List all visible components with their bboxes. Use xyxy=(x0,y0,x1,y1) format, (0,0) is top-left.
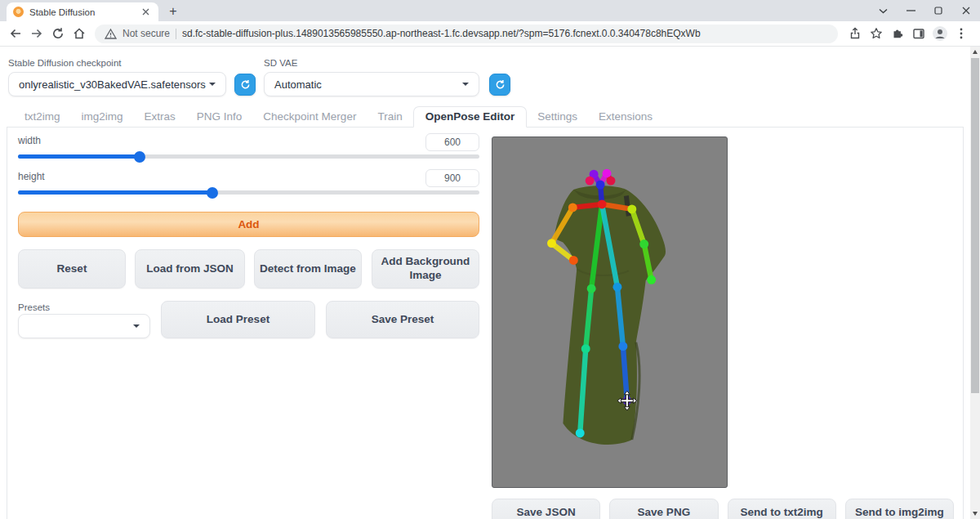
bookmark-star-icon[interactable] xyxy=(866,23,887,44)
pose-keypoint-ear_left[interactable] xyxy=(586,177,595,186)
detect-from-image-button[interactable]: Detect from Image xyxy=(254,249,362,289)
tab-openpose-editor[interactable]: OpenPose Editor xyxy=(413,106,528,128)
forward-icon[interactable] xyxy=(26,23,47,44)
url-bar[interactable]: Not secure sd.fc-stable-diffusion-plus.1… xyxy=(95,25,838,43)
chevron-down-icon xyxy=(462,83,469,86)
browser-tab-strip: Stable Diffusion + xyxy=(0,0,980,21)
save-json-button[interactable]: Save JSON xyxy=(492,499,600,519)
pose-keypoint-wrist_right[interactable] xyxy=(647,275,656,284)
tab-extensions[interactable]: Extensions xyxy=(588,108,663,127)
pose-keypoint-ankle_left[interactable] xyxy=(576,429,585,438)
pose-keypoint-neck[interactable] xyxy=(598,199,607,208)
pose-keypoint-nose[interactable] xyxy=(596,181,605,190)
pose-keypoint-elbow_left[interactable] xyxy=(547,239,556,248)
pose-keypoint-wrist_left[interactable] xyxy=(569,256,578,265)
presets-label: Presets xyxy=(18,302,50,312)
tab-img2img[interactable]: img2img xyxy=(71,108,134,127)
send-to-txt2img-button[interactable]: Send to txt2img xyxy=(728,499,836,519)
back-icon[interactable] xyxy=(5,23,26,44)
load-preset-button[interactable]: Load Preset xyxy=(161,301,315,338)
reload-icon[interactable] xyxy=(47,23,69,44)
home-icon[interactable] xyxy=(69,23,90,44)
page-scrollbar[interactable] xyxy=(970,47,980,519)
vae-dropdown[interactable]: Automatic xyxy=(264,72,479,96)
canvas-actions: Save JSON Save PNG Send to txt2img Send … xyxy=(492,499,954,519)
tab-extras[interactable]: Extras xyxy=(134,108,186,127)
width-input[interactable]: 600 xyxy=(425,133,479,151)
share-icon[interactable] xyxy=(844,23,866,44)
save-preset-button[interactable]: Save Preset xyxy=(326,301,479,338)
refresh-vae-button[interactable] xyxy=(489,74,510,96)
width-label: width xyxy=(18,135,41,146)
tab-png-info[interactable]: PNG Info xyxy=(186,108,253,127)
send-to-img2img-button[interactable]: Send to img2img xyxy=(845,499,954,519)
url-divider xyxy=(176,29,176,39)
pose-keypoint-hip_right[interactable] xyxy=(612,283,621,292)
width-slider-thumb[interactable] xyxy=(134,151,145,163)
height-input[interactable]: 900 xyxy=(425,169,479,187)
pose-canvas[interactable] xyxy=(492,136,728,488)
stable-diffusion-app: Stable Diffusion checkpoint onlyrealisti… xyxy=(0,47,970,519)
scroll-down-icon[interactable] xyxy=(970,508,980,519)
reset-button[interactable]: Reset xyxy=(18,249,126,289)
height-label: height xyxy=(18,171,45,182)
pose-keypoint-hip_left[interactable] xyxy=(587,284,596,293)
window-maximize-button[interactable] xyxy=(924,0,952,21)
vae-label: SD VAE xyxy=(264,58,297,68)
new-tab-button[interactable]: + xyxy=(163,3,183,20)
height-slider[interactable] xyxy=(18,190,479,195)
pose-keypoint-ear_right[interactable] xyxy=(607,177,616,186)
tab-checkpoint-merger[interactable]: Checkpoint Merger xyxy=(252,108,367,127)
checkpoint-label: Stable Diffusion checkpoint xyxy=(8,58,122,68)
url-text: sd.fc-stable-diffusion-plus.148901356598… xyxy=(182,28,701,39)
dress-image xyxy=(554,186,666,445)
extensions-puzzle-icon[interactable] xyxy=(887,23,908,44)
add-background-image-button[interactable]: Add Background Image xyxy=(372,249,479,289)
profile-avatar[interactable] xyxy=(929,23,951,44)
pose-keypoint-knee_left[interactable] xyxy=(581,344,590,353)
tab-train[interactable]: Train xyxy=(367,108,412,127)
browser-menu-icon[interactable] xyxy=(951,23,972,44)
screen: Stable Diffusion + xyxy=(0,0,980,519)
refresh-icon xyxy=(495,79,506,90)
refresh-checkpoint-button[interactable] xyxy=(234,74,256,96)
security-label: Not secure xyxy=(122,28,170,39)
checkpoint-dropdown[interactable]: onlyrealistic_v30BakedVAE.safetensors [3… xyxy=(8,72,226,96)
save-png-button[interactable]: Save PNG xyxy=(609,499,718,519)
scrollbar-thumb[interactable] xyxy=(971,58,979,393)
pose-keypoint-knee_right[interactable] xyxy=(618,342,627,351)
window-close-button[interactable] xyxy=(952,0,980,21)
chevron-down-icon xyxy=(209,83,216,86)
favicon-icon xyxy=(13,7,24,17)
refresh-icon xyxy=(240,79,251,90)
main-tab-nav: txt2img img2img Extras PNG Info Checkpoi… xyxy=(7,109,964,128)
tab-settings[interactable]: Settings xyxy=(527,108,588,127)
tab-txt2img[interactable]: txt2img xyxy=(14,108,71,127)
side-panel-icon[interactable] xyxy=(908,23,929,44)
width-slider[interactable] xyxy=(18,154,479,159)
pose-keypoint-shoulder_right[interactable] xyxy=(627,204,636,213)
not-secure-warning-icon xyxy=(105,29,117,39)
presets-dropdown[interactable] xyxy=(18,314,150,338)
height-slider-thumb[interactable] xyxy=(207,187,218,199)
browser-tab-title: Stable Diffusion xyxy=(29,7,134,17)
pose-canvas-svg xyxy=(492,137,727,487)
scroll-up-icon[interactable] xyxy=(970,47,980,57)
browser-toolbar: Not secure sd.fc-stable-diffusion-plus.1… xyxy=(0,21,980,47)
pose-keypoint-shoulder_left[interactable] xyxy=(568,203,577,212)
pose-keypoint-elbow_right[interactable] xyxy=(639,239,648,248)
window-minimize-button[interactable] xyxy=(897,0,924,21)
checkpoint-value: onlyrealistic_v30BakedVAE.safetensors [3… xyxy=(19,78,208,91)
chevron-down-icon xyxy=(133,324,140,328)
add-button[interactable]: Add xyxy=(18,212,479,237)
vae-value: Automatic xyxy=(274,78,322,91)
load-from-json-button[interactable]: Load from JSON xyxy=(135,249,245,289)
browser-tab[interactable]: Stable Diffusion xyxy=(7,2,158,21)
tab-close-icon[interactable] xyxy=(140,6,152,18)
window-chevron-icon[interactable] xyxy=(869,0,897,21)
